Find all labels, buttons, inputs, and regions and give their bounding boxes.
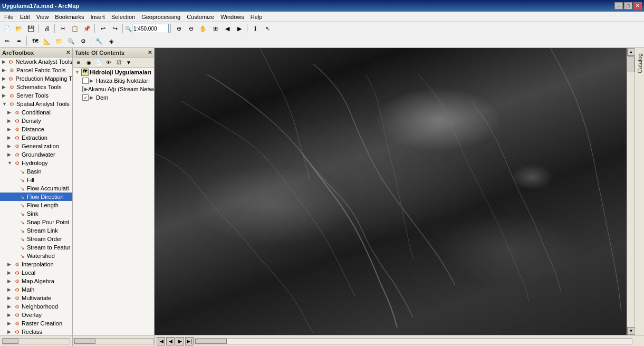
tree-item-neighborhood[interactable]: ▶ ⚙ Neighborhood bbox=[0, 302, 72, 311]
tree-item-math[interactable]: ▶ ⚙ Math bbox=[0, 285, 72, 294]
tree-item-multivariate[interactable]: ▶ ⚙ Multivariate bbox=[0, 294, 72, 302]
full-extent-btn[interactable]: ⊞ bbox=[209, 23, 221, 34]
editor-btn[interactable]: ✏ bbox=[1, 36, 13, 46]
menu-view[interactable]: View bbox=[33, 13, 52, 21]
nav-prev-btn[interactable]: ◀ bbox=[166, 337, 175, 345]
copy-btn[interactable]: 📋 bbox=[69, 23, 81, 34]
tree-item-watershed[interactable]: ▶ ↘ Watershed bbox=[0, 252, 72, 260]
menu-edit[interactable]: Edit bbox=[17, 13, 33, 21]
toc-selection-btn[interactable]: ☑ bbox=[114, 59, 123, 67]
tree-item-raster-creation[interactable]: ▶ ⚙ Raster Creation bbox=[0, 319, 72, 328]
menu-windows[interactable]: Windows bbox=[217, 13, 247, 21]
tree-item-production-mapping[interactable]: ▶ ⚙ Production Mapping T bbox=[0, 74, 72, 83]
toc-item-dem[interactable]: ✓ ▶ Dem bbox=[73, 93, 154, 102]
zoom-in-btn[interactable]: ⊕ bbox=[173, 23, 185, 34]
tree-item-hydrology[interactable]: ▼ ⚙ Hydrology bbox=[0, 159, 72, 167]
tree-item-snap-pour-point[interactable]: ▶ ↘ Snap Pour Point bbox=[0, 218, 72, 226]
zoom-level-input[interactable]: 1:450.000 bbox=[132, 24, 169, 33]
tree-item-sink[interactable]: ▶ ↘ Sink bbox=[0, 209, 72, 218]
menu-file[interactable]: File bbox=[1, 13, 17, 21]
cut-btn[interactable]: ✂ bbox=[57, 23, 69, 34]
menu-geoprocessing[interactable]: Geoprocessing bbox=[138, 13, 184, 21]
toc-check-dem[interactable]: ✓ bbox=[82, 94, 89, 101]
pan-btn[interactable]: ✋ bbox=[197, 23, 209, 34]
tree-item-basin[interactable]: ▶ ↘ Basin bbox=[0, 167, 72, 176]
tree-item-generalization[interactable]: ▶ ⚙ Generalization bbox=[0, 142, 72, 150]
sketch-btn[interactable]: ✒ bbox=[13, 36, 25, 46]
arctoolbox-btn[interactable]: 🔧 bbox=[93, 36, 105, 46]
left-scrollbar-h[interactable] bbox=[2, 338, 70, 344]
minimize-button[interactable]: ─ bbox=[614, 2, 623, 9]
nav-last-btn[interactable]: ▶| bbox=[185, 337, 194, 345]
tree-item-extraction[interactable]: ▶ ⚙ Extraction bbox=[0, 133, 72, 142]
select-btn[interactable]: ↖ bbox=[262, 23, 273, 34]
toc-scrollbar-h[interactable] bbox=[73, 338, 154, 344]
arcmap-btn[interactable]: 🗺 bbox=[29, 36, 41, 46]
tree-item-conditional[interactable]: ▶ ⚙ Conditional bbox=[0, 108, 72, 117]
nav-next-btn[interactable]: ▶ bbox=[176, 337, 184, 345]
arctoolbox-close[interactable]: ✕ bbox=[66, 50, 70, 55]
toc-scroll-thumb[interactable] bbox=[74, 339, 95, 344]
tree-item-fill[interactable]: ▶ ↘ Fill bbox=[0, 176, 72, 184]
toc-visibility-btn[interactable]: 👁 bbox=[104, 59, 113, 67]
scroll-up-btn[interactable]: ▲ bbox=[627, 48, 635, 56]
toc-check-havza[interactable] bbox=[82, 78, 89, 84]
catalog-tab[interactable]: Catalog bbox=[636, 50, 644, 76]
toc-item-root[interactable]: ▼ 🗺 Hidroloji Uygulamaları bbox=[73, 68, 154, 76]
menu-bookmarks[interactable]: Bookmarks bbox=[52, 13, 87, 21]
tree-item-density[interactable]: ▶ ⚙ Density bbox=[0, 117, 72, 125]
menu-insert[interactable]: Insert bbox=[87, 13, 108, 21]
tree-item-overlay[interactable]: ▶ ⚙ Overlay bbox=[0, 311, 72, 319]
paste-btn[interactable]: 📌 bbox=[81, 23, 93, 34]
map-area[interactable]: ▲ ▼ bbox=[155, 48, 635, 335]
tree-item-distance[interactable]: ▶ ⚙ Distance bbox=[0, 125, 72, 133]
toc-close[interactable]: ✕ bbox=[148, 50, 152, 55]
scroll-thumb-v[interactable] bbox=[628, 56, 635, 72]
toc-source-btn[interactable]: 📄 bbox=[94, 59, 103, 67]
tree-item-flow-length[interactable]: ▶ ↘ Flow Length bbox=[0, 201, 72, 209]
nav-first-btn[interactable]: |◀ bbox=[157, 337, 165, 345]
menu-selection[interactable]: Selection bbox=[108, 13, 138, 21]
undo-btn[interactable]: ↩ bbox=[97, 23, 109, 34]
menu-help[interactable]: Help bbox=[247, 13, 266, 21]
maximize-button[interactable]: □ bbox=[624, 2, 632, 9]
map-scroll-thumb-h[interactable] bbox=[195, 339, 227, 344]
tree-item-groundwater[interactable]: ▶ ⚙ Groundwater bbox=[0, 150, 72, 159]
tree-item-parcel-fabric[interactable]: ▶ ⚙ Parcel Fabric Tools bbox=[0, 66, 72, 74]
search2-btn[interactable]: 🔍 bbox=[65, 36, 77, 46]
tree-item-server[interactable]: ▶ ⚙ Server Tools bbox=[0, 91, 72, 100]
left-scroll-thumb[interactable] bbox=[3, 339, 18, 344]
toc-item-havza[interactable]: ▶ Havza Bitiş Noktaları bbox=[73, 76, 154, 85]
layout-btn[interactable]: 📐 bbox=[41, 36, 53, 46]
tree-item-spatial-analyst[interactable]: ▼ ⚙ Spatial Analyst Tools bbox=[0, 100, 72, 108]
back-btn[interactable]: ◀ bbox=[222, 23, 233, 34]
new-btn[interactable]: 📄 bbox=[1, 23, 13, 34]
tree-item-interpolation[interactable]: ▶ ⚙ Interpolation bbox=[0, 260, 72, 268]
identify-btn[interactable]: ℹ bbox=[249, 23, 261, 34]
toc-list-btn[interactable]: ≡ bbox=[74, 59, 83, 67]
toc-display-btn[interactable]: ◉ bbox=[84, 59, 93, 67]
tree-item-reclass[interactable]: ▶ ⚙ Reclass bbox=[0, 328, 72, 335]
tree-item-stream-link[interactable]: ▶ ↘ Stream Link bbox=[0, 226, 72, 235]
tree-item-network-analyst[interactable]: ▶ ⚙ Network Analyst Tools bbox=[0, 57, 72, 66]
tree-item-stream-to-feature[interactable]: ▶ ↘ Stream to Featur bbox=[0, 243, 72, 252]
geoprocessing-btn[interactable]: ⚙ bbox=[78, 36, 89, 46]
toc-check-akarsu[interactable] bbox=[82, 86, 83, 92]
open-btn[interactable]: 📂 bbox=[13, 23, 25, 34]
zoom-out-btn[interactable]: ⊖ bbox=[185, 23, 197, 34]
model-builder-btn[interactable]: ◈ bbox=[105, 36, 117, 46]
map-scrollbar-horizontal[interactable] bbox=[195, 338, 632, 344]
arc-catalog-btn[interactable]: 📁 bbox=[53, 36, 65, 46]
tree-item-stream-order[interactable]: ▶ ↘ Stream Order bbox=[0, 235, 72, 243]
menu-customize[interactable]: Customize bbox=[184, 13, 217, 21]
close-window-button[interactable]: ✕ bbox=[633, 2, 642, 9]
tree-item-flow-accumulation[interactable]: ▶ ↘ Flow Accumulati bbox=[0, 184, 72, 193]
save-btn[interactable]: 💾 bbox=[25, 23, 37, 34]
tree-item-map-algebra[interactable]: ▶ ⚙ Map Algebra bbox=[0, 277, 72, 285]
print-btn[interactable]: 🖨 bbox=[41, 23, 53, 34]
redo-btn[interactable]: ↪ bbox=[109, 23, 121, 34]
tree-item-flow-direction[interactable]: ▶ ↘ Flow Direction bbox=[0, 193, 72, 201]
tree-item-local[interactable]: ▶ ⚙ Local bbox=[0, 268, 72, 277]
scroll-down-btn[interactable]: ▼ bbox=[627, 327, 635, 335]
tree-item-schematics[interactable]: ▶ ⚙ Schematics Tools bbox=[0, 83, 72, 91]
